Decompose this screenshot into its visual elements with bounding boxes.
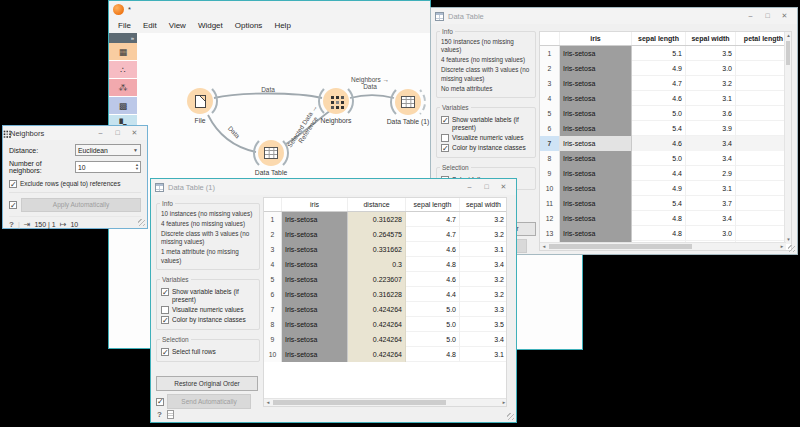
apply-automatically-checkbox[interactable] [9, 201, 17, 209]
column-header[interactable]: sepal length [632, 32, 686, 45]
info-line: 4 features (no missing values) [161, 220, 255, 228]
table-row[interactable]: 12Iris-setosa4.83.41.6 [540, 211, 786, 226]
column-header[interactable]: distance [348, 198, 406, 211]
distance-combobox[interactable]: Euclidean ▼ [75, 144, 141, 156]
node-data-table[interactable] [258, 140, 284, 166]
horizontal-scrollbar[interactable]: ◄ ► [540, 242, 786, 250]
dock-category-visualize[interactable]: ∴ [109, 61, 137, 79]
data-table-title-bar[interactable]: Data Table – □ ✕ [431, 8, 797, 24]
link-file-neighbors[interactable] [214, 94, 322, 99]
table-cell: 5.4 [632, 121, 686, 136]
table-row[interactable]: 3Iris-setosa4.73.21.3 [540, 76, 786, 91]
variables-checkbox[interactable]: Show variable labels (if present) [161, 288, 255, 304]
vertical-scrollbar[interactable]: ▲ ▼ [784, 32, 791, 244]
node-file[interactable] [187, 88, 213, 114]
node-data-table-1[interactable] [395, 89, 421, 115]
minimize-button[interactable]: – [742, 8, 759, 24]
data-table-1-title-bar[interactable]: Data Table (1) – □ ✕ [151, 179, 516, 195]
table-row[interactable]: 8Iris-setosa0.4242645.03.5 [264, 317, 506, 332]
table-header[interactable]: irisdistancesepal lengthsepal width [264, 198, 506, 212]
chevron-down-icon: ▼ [133, 147, 138, 153]
menu-view[interactable]: View [163, 21, 192, 30]
column-header[interactable]: sepal width [686, 32, 736, 45]
report-status-icon[interactable] [167, 410, 174, 419]
table-row[interactable]: 1Iris-setosa0.3162284.73.2 [264, 212, 506, 227]
table-row[interactable]: 4Iris-setosa0.34.83.4 [264, 257, 506, 272]
column-header[interactable]: iris [560, 32, 632, 45]
spin-down-icon[interactable]: ▼ [135, 167, 139, 171]
dock-collapse-button[interactable]: » [109, 33, 137, 43]
exclude-rows-checkbox[interactable]: Exclude rows (equal to) references [9, 180, 141, 188]
dock-category-evaluate[interactable]: ▩ [109, 97, 137, 115]
table-row[interactable]: 2Iris-setosa0.2645754.73.2 [264, 227, 506, 242]
table-row[interactable]: 5Iris-setosa5.03.61.4 [540, 106, 786, 121]
table-row[interactable]: 6Iris-setosa5.43.91.7 [540, 121, 786, 136]
table-row[interactable]: 8Iris-setosa5.03.41.5 [540, 151, 786, 166]
scroll-left-icon[interactable]: ◄ [540, 243, 548, 250]
dock-category-model[interactable]: ⁂ [109, 79, 137, 97]
resize-grip[interactable] [507, 413, 514, 420]
scroll-left-icon[interactable]: ◄ [264, 399, 272, 406]
help-status-icon[interactable]: ? [9, 220, 14, 229]
table-row[interactable]: 7Iris-setosa4.63.41.4 [540, 136, 786, 151]
restore-original-order-button[interactable]: Restore Original Order [156, 376, 258, 391]
scroll-right-icon[interactable]: ► [778, 243, 786, 250]
column-header[interactable]: sepal length [406, 198, 460, 211]
close-button[interactable]: ✕ [495, 179, 512, 195]
table-row[interactable]: 7Iris-setosa0.4242645.03.3 [264, 302, 506, 317]
maximize-button[interactable]: □ [759, 8, 776, 24]
table-row[interactable]: 9Iris-setosa4.42.91.4 [540, 166, 786, 181]
table-row[interactable]: 9Iris-setosa0.4242645.03.4 [264, 332, 506, 347]
table-header[interactable]: irissepal lengthsepal widthpetal length [540, 32, 786, 46]
apply-automatically-button[interactable]: Apply Automatically [21, 198, 141, 212]
table-row[interactable]: 10Iris-setosa0.4242644.83.1 [264, 347, 506, 362]
resize-grip[interactable] [138, 219, 145, 226]
variables-checkbox[interactable]: Color by instance classes [441, 144, 531, 152]
table-cell: Iris-setosa [282, 227, 348, 242]
menu-options[interactable]: Options [229, 21, 269, 30]
close-button[interactable]: ✕ [126, 126, 143, 140]
table-cell: 0.223607 [348, 272, 406, 287]
send-automatically-checkbox[interactable] [156, 398, 164, 406]
horizontal-scrollbar[interactable]: ◄ ► [264, 398, 507, 406]
minimize-button[interactable]: – [92, 126, 109, 140]
table-row[interactable]: 3Iris-setosa0.3316624.63.1 [264, 242, 506, 257]
table-cell: Iris-setosa [560, 106, 632, 121]
variables-checkbox[interactable]: Show variable labels (if present) [441, 116, 531, 132]
neighbors-title-bar[interactable]: Neighbors – □ ✕ [3, 126, 147, 140]
node-neighbors[interactable] [323, 88, 349, 114]
close-button[interactable]: ✕ [776, 8, 793, 24]
table-row[interactable]: 5Iris-setosa0.2236074.63.2 [264, 272, 506, 287]
minimize-button[interactable]: – [461, 179, 478, 195]
menu-file[interactable]: File [112, 21, 137, 30]
variables-checkbox[interactable]: Visualize numeric values [441, 134, 531, 142]
select-full-rows-checkbox[interactable]: Select full rows [161, 348, 255, 356]
maximize-button[interactable]: □ [478, 179, 495, 195]
table-row[interactable]: 10Iris-setosa4.93.11.5 [540, 181, 786, 196]
menu-widget[interactable]: Widget [192, 21, 229, 30]
dock-category-data[interactable]: ▦ [109, 43, 137, 61]
num-neighbors-stepper[interactable]: 10 ▲▼ [75, 161, 141, 173]
table-row[interactable]: 6Iris-setosa0.3162284.43.2 [264, 287, 506, 302]
send-automatically-button[interactable]: Send Automatically [167, 394, 251, 409]
scroll-up-icon[interactable]: ▲ [785, 32, 792, 40]
column-header[interactable]: sepal width [460, 198, 507, 211]
table-row[interactable]: 2Iris-setosa4.93.01.4 [540, 61, 786, 76]
main-title-bar[interactable]: * [109, 1, 430, 17]
scroll-down-icon[interactable]: ▼ [785, 236, 792, 244]
scroll-right-icon[interactable]: ► [500, 399, 507, 406]
column-header[interactable]: iris [282, 198, 348, 211]
menu-edit[interactable]: Edit [137, 21, 163, 30]
link-neighbors-datatable1[interactable] [350, 95, 394, 98]
table-row[interactable]: 13Iris-setosa4.83.01.4 [540, 226, 786, 241]
maximize-button[interactable]: □ [109, 126, 126, 140]
table-row[interactable]: 4Iris-setosa4.63.11.5 [540, 91, 786, 106]
variables-checkbox[interactable]: Color by instance classes [161, 316, 255, 324]
table-row[interactable]: 1Iris-setosa5.13.51.4 [540, 46, 786, 61]
help-status-icon[interactable]: ? [157, 410, 162, 419]
table-row[interactable]: 11Iris-setosa5.43.71.5 [540, 196, 786, 211]
variables-checkbox[interactable]: Visualize numeric values [161, 306, 255, 314]
row-number: 2 [540, 61, 560, 76]
resize-grip[interactable] [788, 245, 795, 252]
menu-help[interactable]: Help [268, 21, 296, 30]
